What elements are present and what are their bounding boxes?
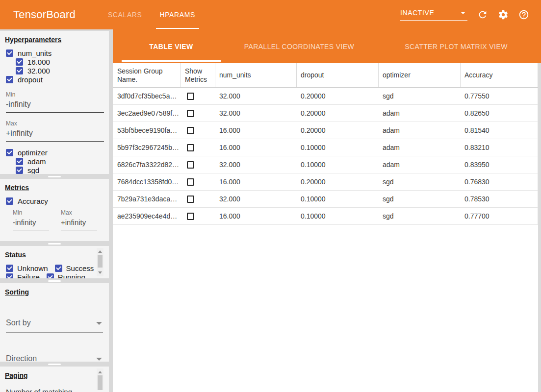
status-success-checkbox[interactable] [55, 265, 62, 272]
col-num-units[interactable]: num_units [215, 63, 297, 87]
col-dropout[interactable]: dropout [297, 63, 379, 87]
status-scrollbar[interactable] [97, 248, 103, 276]
accuracy-cell: 0.77700 [461, 208, 538, 224]
value-16-label: 16.000 [27, 58, 50, 66]
tab-scatter-plot-matrix-view[interactable]: SCATTER PLOT MATRIX VIEW [378, 29, 535, 63]
sort-by-select[interactable]: Sort by [6, 318, 103, 333]
accuracy-min-input[interactable]: -infinity [13, 216, 49, 230]
toolbar-actions: INACTIVE [400, 9, 529, 21]
session-group-name-cell: ae235909ec4e4d… [113, 212, 181, 220]
dropout-max-input[interactable]: +infinity [6, 127, 104, 142]
hparams-sidebar: Hyperparameters num_units 16.000 32.000 … [0, 29, 109, 392]
section-resize-handle[interactable] [0, 174, 109, 179]
col-accuracy[interactable]: Accuracy [461, 63, 538, 87]
tab-hparams[interactable]: HPARAMS [151, 0, 204, 29]
show-metrics-checkbox[interactable] [187, 93, 194, 100]
tab-table-view-label: TABLE VIEW [149, 43, 193, 50]
page-content: Hyperparameters num_units 16.000 32.000 … [0, 29, 541, 392]
accuracy-max-label: Max [61, 209, 97, 216]
col-show-metrics[interactable]: Show Metrics [181, 63, 215, 87]
optimizer-checkbox[interactable] [6, 149, 13, 156]
scroll-down-icon[interactable] [98, 271, 102, 274]
dropout-cell: 0.10000 [297, 195, 379, 203]
col-session-group-name[interactable]: Session Group Name. [113, 63, 181, 87]
tab-hparams-label: HPARAMS [160, 11, 195, 19]
settings-gear-icon[interactable] [498, 9, 509, 20]
hyperparameters-section: Hyperparameters num_units 16.000 32.000 … [0, 31, 109, 174]
show-metrics-checkbox[interactable] [187, 178, 194, 186]
table-row: 6826c7fa3322d82… 32.000 0.10000 adam 0.8… [113, 156, 538, 173]
scroll-up-icon[interactable] [98, 250, 102, 253]
col-optimizer[interactable]: optimizer [379, 63, 461, 87]
hparam-item-optimizer: optimizer [6, 148, 104, 157]
show-metrics-cell [181, 213, 215, 220]
tab-scalars[interactable]: SCALARS [99, 0, 151, 29]
tab-parallel-coordinates-label: PARALLEL COORDINATES VIEW [244, 43, 354, 50]
table-scrollbar-track[interactable] [538, 63, 541, 392]
reload-status-dropdown[interactable]: INACTIVE [400, 9, 467, 21]
sessions-table: Session Group Name. Show Metrics num_uni… [113, 63, 538, 225]
dropout-label: dropout [18, 75, 43, 84]
table-row: 7684dcc13358fd0… 16.000 0.20000 sgd 0.76… [113, 173, 538, 191]
sidebar-resize-gutter[interactable] [109, 29, 113, 392]
accuracy-checkbox[interactable] [6, 197, 13, 205]
adam-checkbox[interactable] [16, 158, 23, 165]
value-32-checkbox[interactable] [16, 67, 23, 74]
accuracy-range-row: Min -infinity Max +infinity [12, 209, 104, 230]
show-metrics-checkbox[interactable] [187, 161, 194, 169]
section-resize-handle[interactable] [0, 362, 109, 367]
help-icon[interactable] [518, 9, 529, 20]
dropout-checkbox[interactable] [6, 76, 13, 83]
tab-parallel-coordinates-view[interactable]: PARALLEL COORDINATES VIEW [221, 29, 378, 63]
optimizer-cell: adam [379, 109, 461, 117]
optimizer-cell: sgd [379, 195, 461, 203]
scroll-up-icon[interactable] [98, 371, 102, 373]
num-units-cell: 32.000 [215, 195, 297, 203]
paging-section: Paging Number of matching session groups… [0, 367, 109, 392]
status-running-checkbox[interactable] [47, 273, 54, 279]
paging-scrollbar[interactable] [97, 368, 103, 390]
dropout-min-label: Min [6, 91, 104, 98]
refresh-icon[interactable] [477, 9, 488, 20]
num-units-checkbox[interactable] [6, 49, 13, 57]
accuracy-max-input[interactable]: +infinity [61, 216, 97, 230]
section-resize-handle[interactable] [0, 278, 109, 283]
status-row-1: Unknown Success [6, 264, 104, 272]
sort-by-placeholder: Sort by [6, 318, 31, 327]
scroll-thumb[interactable] [98, 255, 103, 268]
status-unknown-checkbox[interactable] [6, 265, 13, 272]
dropout-cell: 0.10000 [297, 212, 379, 220]
hparam-value-adam: adam [16, 157, 104, 166]
accuracy-cell: 0.78530 [461, 191, 538, 207]
status-failure-label: Failure [17, 273, 40, 279]
chevron-down-icon [96, 322, 102, 325]
optimizer-cell: adam [379, 144, 461, 151]
show-metrics-checkbox[interactable] [187, 127, 194, 134]
dropout-min-input[interactable]: -infinity [6, 98, 104, 113]
optimizer-cell: sgd [379, 92, 461, 100]
show-metrics-checkbox[interactable] [187, 196, 194, 203]
sgd-checkbox[interactable] [16, 167, 23, 174]
show-metrics-checkbox[interactable] [187, 144, 194, 151]
status-failure-checkbox[interactable] [6, 273, 13, 279]
scroll-thumb[interactable] [98, 375, 103, 390]
direction-select[interactable]: Direction [6, 354, 103, 362]
dropout-cell: 0.20000 [297, 178, 379, 186]
status-success-label: Success [66, 264, 94, 272]
metrics-section: Metrics Accuracy Min -infinity Max +infi… [0, 179, 109, 241]
num-units-cell: 32.000 [215, 109, 297, 117]
matching-groups-count: Number of matching session groups: 8 [6, 387, 93, 392]
show-metrics-checkbox[interactable] [187, 110, 194, 117]
table-row: 3ec2aed9e07589f… 32.000 0.20000 adam 0.8… [113, 105, 538, 122]
dropout-cell: 0.10000 [297, 144, 379, 151]
hyperparameters-title: Hyperparameters [5, 36, 61, 44]
status-running-label: Running [58, 273, 85, 279]
table-row: 53bf5bece9190fa… 16.000 0.20000 adam 0.8… [113, 122, 538, 139]
show-metrics-checkbox[interactable] [187, 213, 194, 220]
tab-table-view[interactable]: TABLE VIEW [122, 29, 221, 63]
hparam-item-dropout: dropout [6, 75, 104, 84]
dropout-cell: 0.10000 [297, 161, 379, 169]
num-units-cell: 16.000 [215, 126, 297, 134]
section-resize-handle[interactable] [0, 241, 109, 246]
value-16-checkbox[interactable] [16, 58, 23, 66]
